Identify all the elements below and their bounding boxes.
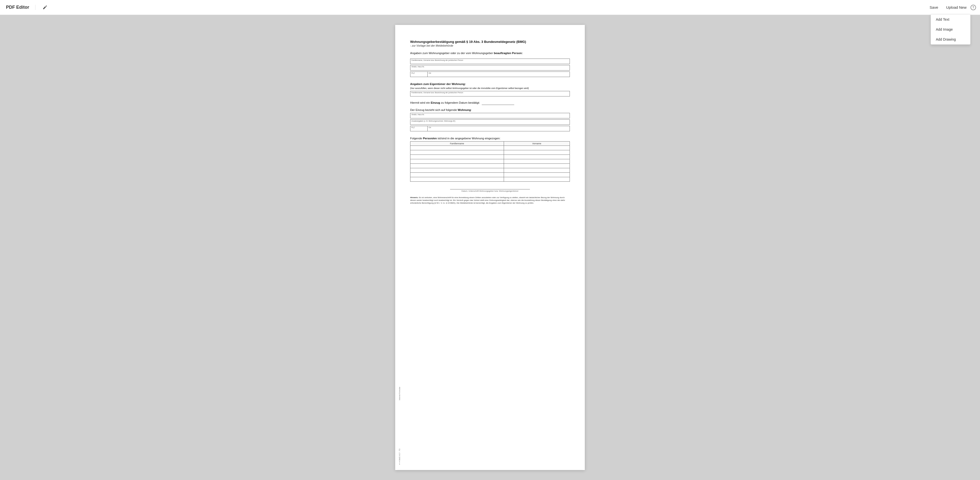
field-ort1: Ort (428, 71, 570, 77)
pdf-document: Internet-Formular Wohnungsgeberbestätigu… (395, 25, 585, 470)
einzug-bold: Wohnung (458, 108, 471, 111)
einzug-text1: Der Einzug bezieht sich auf folgende (410, 108, 457, 111)
upload-new-button[interactable]: Upload New (942, 3, 970, 11)
field-plz1: PLZ (410, 71, 428, 77)
table-row (410, 168, 570, 173)
field-ort2: Ort (428, 126, 570, 131)
ort1-label: Ort (429, 72, 431, 74)
table-row (410, 146, 570, 150)
einzug-text2: : (471, 108, 471, 111)
hinweis-text: Es ist verboten, eine Wohnranschrift für… (410, 196, 565, 204)
upload-dropdown-menu: Add Text Add Image Add Drawing (931, 14, 970, 44)
field-strasse1: Straße, Haus-Nr. (410, 65, 570, 71)
pencil-icon (42, 5, 48, 10)
signature-area: Datum, Unterschrift Wohnungsgeber bzw. W… (410, 189, 570, 192)
familienname2-label: Familienname, Vorname bzw. Bezeichnung d… (411, 92, 463, 93)
field-plz2: PLZ (410, 126, 428, 131)
plz1-label: PLZ (411, 72, 415, 74)
save-button[interactable]: Save (926, 3, 942, 11)
datum-box (482, 100, 514, 105)
signature-label: Datum, Unterschrift Wohnungsgeber bzw. W… (450, 190, 530, 192)
section1-text3: oder zu der vom Wohnungsgeber (450, 52, 493, 55)
table-row (410, 155, 570, 159)
help-button[interactable]: ? (970, 5, 976, 10)
table-row (410, 164, 570, 168)
folgende-text2: ist/sind in die angegebene Wohnung einge… (438, 137, 501, 140)
section2-title: Angaben zum Eigentümer der Wohnung: (410, 82, 570, 86)
table-row (410, 159, 570, 164)
section2-sub: (Nur auszufüllen, wenn dieser nicht selb… (410, 87, 570, 89)
hiermit-row: Hiermit wird ein Einzug zu folgendem Dat… (410, 100, 570, 105)
table-row (410, 173, 570, 177)
col-vorname: Vorname (504, 141, 570, 146)
section1-bold: beauftragten Person: (494, 52, 523, 55)
strasse1-label: Straße, Haus-Nr. (411, 66, 425, 68)
side-text: Internet-Formular (399, 387, 401, 400)
field-strasse2: Straße, Haus-Nr. (410, 113, 570, 118)
ort2-label: Ort (429, 127, 431, 128)
edit-icon-button[interactable] (40, 3, 50, 12)
strasse2-label: Straße, Haus-Nr. (411, 114, 425, 116)
bottom-note: § § MelG 4/17 - TO (399, 448, 401, 465)
table-row (410, 150, 570, 155)
add-image-item[interactable]: Add Image (931, 24, 970, 34)
hinweis-section: Hinweis: Es ist verboten, eine Wohnransc… (410, 196, 570, 204)
zusatz-label: Zusatzangaben (z. B. Wohnungsnummer, Woh… (411, 120, 455, 122)
title-text: Wohnungsgeberbestätigung gemäß § 19 Abs.… (410, 40, 526, 44)
add-drawing-item[interactable]: Add Drawing (931, 34, 970, 44)
section1-text: Angaben zum Wohnungsgeber (410, 52, 450, 55)
hiermit-text1: Hiermit wird ein Einzug zu folgendem Dat… (410, 101, 480, 104)
field-familienname2: Familienname, Vorname bzw. Bezeichnung d… (410, 91, 570, 97)
names-table: Familienname Vorname (410, 141, 570, 182)
folgende-label: Folgende Person/en ist/sind in die angeg… (410, 137, 570, 140)
field-familienname1: Familienname, Vorname bzw. Bezeichnung d… (410, 59, 570, 64)
main-content: Internet-Formular Wohnungsgeberbestätigu… (0, 15, 980, 480)
plz2-label: PLZ (411, 127, 415, 128)
folgende-bold: Person/en (423, 137, 437, 140)
document-subtitle: - zur Vorlage bei der Meldebehörde (410, 44, 570, 47)
document-title: Wohnungsgeberbestätigung gemäß § 19 Abs.… (410, 40, 570, 44)
folgende-text1: Folgende (410, 137, 422, 140)
add-text-item[interactable]: Add Text (931, 14, 970, 24)
col-familienname: Familienname (410, 141, 504, 146)
app-title: PDF Editor (4, 5, 35, 10)
table-row (410, 177, 570, 182)
toolbar: PDF Editor Save Upload New Add Text Add … (0, 0, 980, 15)
field-zusatz: Zusatzangaben (z. B. Wohnungsnummer, Woh… (410, 119, 570, 125)
hinweis-title: Hinweis: (410, 196, 418, 199)
einzug-label: Der Einzug bezieht sich auf folgende Woh… (410, 108, 570, 111)
section2-title-text: Angaben zum Eigentümer der Wohnung: (410, 82, 466, 86)
plz-ort-row2: PLZ Ort (410, 126, 570, 131)
upload-dropdown: Upload New Add Text Add Image Add Drawin… (942, 3, 970, 11)
section1-label: Angaben zum Wohnungsgeber oder zu der vo… (410, 52, 570, 55)
familienname1-label: Familienname, Vorname bzw. Bezeichnung d… (411, 59, 463, 61)
plz-ort-row1: PLZ Ort (410, 71, 570, 77)
